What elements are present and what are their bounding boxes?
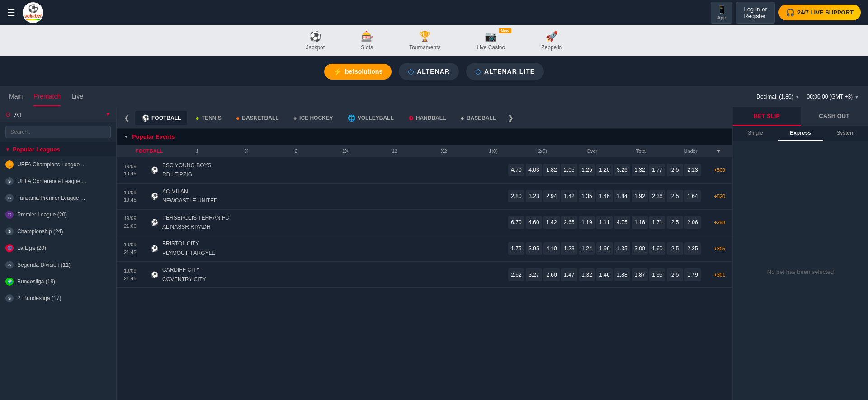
odd-btn-2-4[interactable]: 1.42	[561, 190, 577, 202]
odd-btn-2-2[interactable]: 3.23	[526, 190, 542, 202]
altenar-lite-brand[interactable]: ◇ ALTENAR LITE	[466, 63, 544, 80]
tab-live[interactable]: Live	[71, 87, 83, 106]
odd-btn-4-10[interactable]: 2.5	[667, 242, 683, 255]
nav-jackpot[interactable]: ⚽ Jackpot	[306, 31, 325, 51]
odd-btn-2-5[interactable]: 1.35	[579, 190, 595, 202]
nav-slots[interactable]: 🎰 Slots	[361, 31, 373, 51]
odd-btn-2-7[interactable]: 1.84	[614, 190, 630, 202]
sidebar-item-bundesliga[interactable]: 🌍 Bundesliga (18)	[0, 273, 116, 290]
sidebar-item-tanzania[interactable]: S Tanzania Premier League ...	[0, 190, 116, 207]
event-more-3[interactable]: +298	[703, 220, 725, 225]
subtab-system[interactable]: System	[823, 126, 868, 141]
sidebar-item-championship[interactable]: S Championship (24)	[0, 223, 116, 240]
odd-btn-5-1[interactable]: 2.62	[508, 268, 524, 281]
popular-leagues-section[interactable]: ▼ Popular Leagues	[0, 142, 116, 156]
event-more-2[interactable]: +520	[703, 193, 725, 199]
odd-btn-3-5[interactable]: 1.19	[579, 216, 595, 229]
sidebar-item-ucl[interactable]: 🏆 UEFA Champions League ...	[0, 156, 116, 173]
odd-btn-5-10[interactable]: 2.5	[667, 268, 683, 281]
odd-btn-2-6[interactable]: 1.46	[596, 190, 613, 202]
sport-tab-tennis[interactable]: ● TENNIS	[189, 111, 227, 125]
subtab-express[interactable]: Express	[778, 126, 823, 141]
odd-btn-1-6[interactable]: 1.20	[596, 164, 613, 176]
odd-btn-3-2[interactable]: 4.60	[526, 216, 542, 229]
sidebar-item-segunda[interactable]: S Segunda Division (11)	[0, 257, 116, 273]
odd-btn-4-8[interactable]: 3.00	[632, 242, 648, 255]
odd-btn-3-8[interactable]: 1.16	[632, 216, 648, 229]
tab-main[interactable]: Main	[9, 87, 23, 106]
odd-btn-4-5[interactable]: 1.24	[579, 242, 595, 255]
odd-btn-3-1[interactable]: 6.70	[508, 216, 524, 229]
odd-btn-5-5[interactable]: 1.32	[579, 268, 595, 281]
live-support-button[interactable]: 🎧 24/7 LIVE SUPPORT	[778, 5, 861, 20]
app-button[interactable]: 📱 App	[711, 2, 732, 24]
odd-btn-5-9[interactable]: 1.95	[649, 268, 665, 281]
odd-btn-5-2[interactable]: 3.27	[526, 268, 542, 281]
sidebar-item-premier-league[interactable]: 🛡 Premier League (20)	[0, 207, 116, 223]
sports-prev-arrow[interactable]: ❮	[120, 112, 133, 124]
decimal-dropdown[interactable]: Decimal: (1.80) ▼	[756, 94, 799, 100]
odd-btn-1-4[interactable]: 2.05	[561, 164, 577, 176]
odd-btn-5-11[interactable]: 1.79	[684, 268, 701, 281]
odd-btn-4-11[interactable]: 2.25	[684, 242, 701, 255]
odd-btn-3-4[interactable]: 2.65	[561, 216, 577, 229]
sport-tab-football[interactable]: ⚽ FOOTBALL	[135, 111, 187, 125]
odd-btn-2-1[interactable]: 2.80	[508, 190, 524, 202]
sport-tab-handball[interactable]: ⊕ HANDBALL	[402, 111, 453, 125]
sports-next-arrow[interactable]: ❯	[504, 112, 517, 124]
odd-btn-4-9[interactable]: 1.60	[649, 242, 665, 255]
odd-btn-1-3[interactable]: 1.82	[543, 164, 560, 176]
odd-btn-2-8[interactable]: 1.92	[632, 190, 648, 202]
nav-zeppelin[interactable]: 🚀 Zeppelin	[541, 31, 562, 51]
altenar-brand[interactable]: ◇ ALTENAR	[399, 63, 459, 80]
odd-btn-4-4[interactable]: 1.23	[561, 242, 577, 255]
odd-btn-2-9[interactable]: 2.36	[649, 190, 665, 202]
event-more-1[interactable]: +509	[703, 167, 725, 173]
hamburger-menu[interactable]: ☰	[7, 7, 15, 18]
odd-btn-1-7[interactable]: 3.26	[614, 164, 630, 176]
subtab-single[interactable]: Single	[733, 126, 778, 141]
odd-btn-2-10[interactable]: 2.5	[667, 190, 683, 202]
sidebar-filter-dropdown[interactable]: ▼	[105, 111, 111, 118]
tab-prematch[interactable]: Prematch	[33, 87, 61, 106]
event-more-4[interactable]: +305	[703, 246, 725, 251]
tab-cash-out[interactable]: CASH OUT	[801, 107, 868, 126]
odd-btn-5-8[interactable]: 1.87	[632, 268, 648, 281]
sport-tab-volleyball[interactable]: 🌐 VOLLEYBALL	[341, 111, 400, 125]
odd-btn-3-9[interactable]: 1.71	[649, 216, 665, 229]
sport-tab-basketball[interactable]: ● BASKETBALL	[230, 111, 285, 125]
time-dropdown[interactable]: 00:00:00 (GMT +3) ▼	[807, 94, 859, 100]
odd-btn-4-7[interactable]: 1.35	[614, 242, 630, 255]
odd-btn-5-3[interactable]: 2.60	[543, 268, 560, 281]
sport-tab-baseball[interactable]: ● BASEBALL	[454, 111, 502, 125]
betsolutions-brand[interactable]: ⚡ betsolutions	[324, 64, 392, 80]
nav-tournaments[interactable]: 🏆 Tournaments	[409, 31, 440, 51]
odd-btn-4-1[interactable]: 1.75	[508, 242, 524, 255]
odd-btn-1-10[interactable]: 2.5	[667, 164, 683, 176]
search-input[interactable]	[5, 126, 111, 138]
odd-btn-1-2[interactable]: 4.03	[526, 164, 542, 176]
odd-btn-3-7[interactable]: 4.75	[614, 216, 630, 229]
sport-tab-ice-hockey[interactable]: ● ICE HOCKEY	[287, 111, 340, 125]
odd-btn-4-6[interactable]: 1.96	[596, 242, 613, 255]
odd-btn-1-5[interactable]: 1.25	[579, 164, 595, 176]
logo[interactable]: ⚽ sokabet	[23, 2, 43, 23]
odd-btn-2-11[interactable]: 1.64	[684, 190, 701, 202]
odd-btn-1-8[interactable]: 1.32	[632, 164, 648, 176]
odd-btn-1-11[interactable]: 2.13	[684, 164, 701, 176]
odd-btn-3-3[interactable]: 1.42	[543, 216, 560, 229]
odd-btn-3-6[interactable]: 1.11	[596, 216, 613, 229]
odd-btn-2-3[interactable]: 2.94	[543, 190, 560, 202]
odd-btn-3-10[interactable]: 2.5	[667, 216, 683, 229]
odd-btn-4-2[interactable]: 3.95	[526, 242, 542, 255]
login-button[interactable]: Log In or Register	[736, 2, 774, 24]
odd-btn-1-9[interactable]: 1.77	[649, 164, 665, 176]
odd-btn-5-7[interactable]: 1.88	[614, 268, 630, 281]
sidebar-item-2bundesliga[interactable]: S 2. Bundesliga (17)	[0, 290, 116, 307]
nav-live-casino[interactable]: New 📷 Live Casino	[477, 31, 505, 51]
tab-bet-slip[interactable]: BET SLIP	[733, 107, 801, 126]
sidebar-item-laliga[interactable]: 🌐 La Liga (20)	[0, 240, 116, 257]
sidebar-item-ucl-conf[interactable]: S UEFA Conference League ...	[0, 173, 116, 190]
odd-btn-4-3[interactable]: 4.10	[543, 242, 560, 255]
odd-btn-1-1[interactable]: 4.70	[508, 164, 524, 176]
